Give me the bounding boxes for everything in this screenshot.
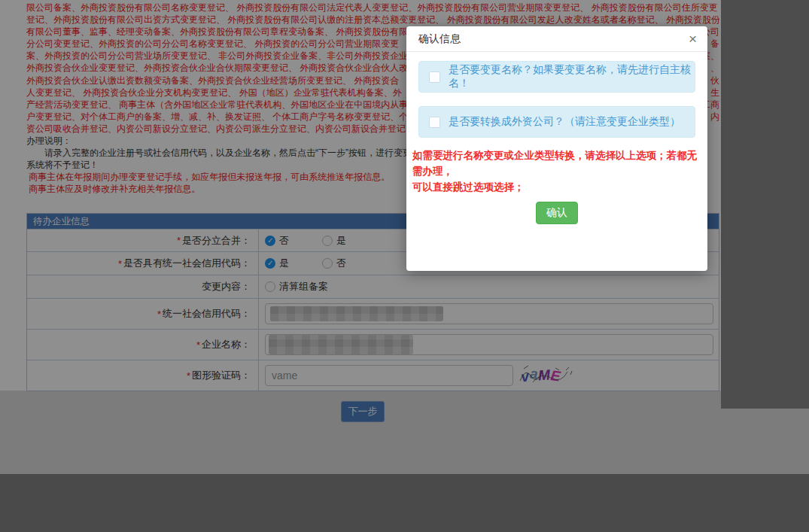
modal-options: 是否要变更名称？如果要变更名称，请先进行自主核名！是否要转换成外资公司？（请注意…: [406, 61, 707, 138]
confirm-button[interactable]: 确认: [536, 202, 578, 224]
close-icon[interactable]: ×: [689, 26, 697, 51]
foreign-conversion-option[interactable]: 是否要转换成外资公司？（请注意变更企业类型）: [418, 106, 695, 138]
modal-title: 确认信息: [418, 32, 461, 44]
name-change-option[interactable]: 是否要变更名称？如果要变更名称，请先进行自主核名！: [418, 61, 695, 93]
checkbox-icon[interactable]: [429, 71, 440, 83]
confirm-info-modal: 确认信息 × 是否要变更名称？如果要变更名称，请先进行自主核名！是否要转换成外资…: [406, 26, 707, 271]
modal-warning-text: 如需要进行名称变更或企业类型转换，请选择以上选项；若都无需办理，可以直接跳过选项…: [412, 147, 701, 195]
modal-header: 确认信息 ×: [406, 26, 707, 52]
option-label: 是否要转换成外资公司？（请注意变更企业类型）: [449, 115, 680, 129]
warning-line: 如需要进行名称变更或企业类型转换，请选择以上选项；若都无需办理，: [412, 147, 701, 179]
option-label: 是否要变更名称？如果要变更名称，请先进行自主核名！: [449, 63, 695, 90]
checkbox-icon[interactable]: [429, 117, 440, 128]
warning-line: 可以直接跳过选项选择；: [412, 179, 701, 195]
